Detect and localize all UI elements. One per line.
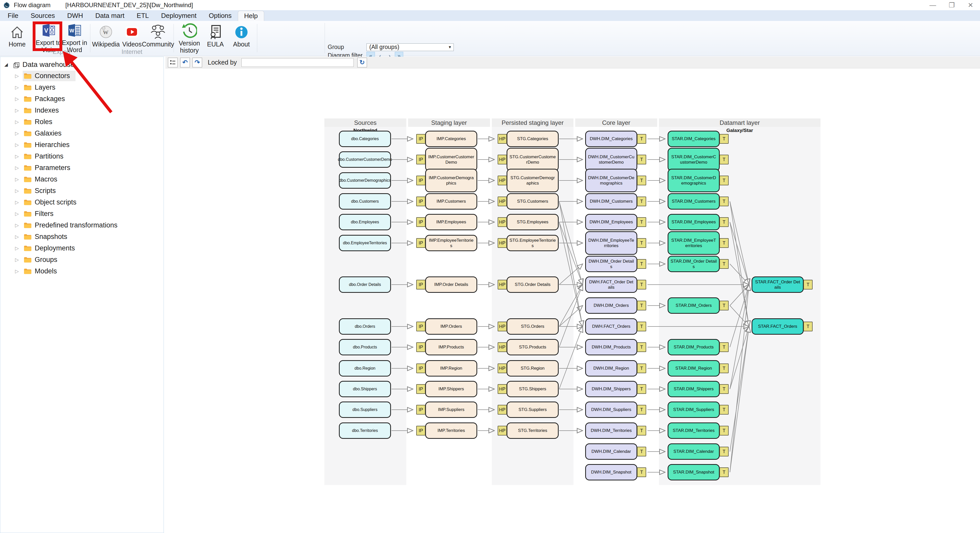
- node-dbo-region[interactable]: dbo.Region: [339, 360, 391, 377]
- node-star-dim-employees[interactable]: STAR.DIM_EmployeesT: [668, 214, 720, 230]
- tree-expander-icon[interactable]: ▷: [15, 245, 23, 251]
- menu-tab-etl[interactable]: ETL: [130, 10, 155, 21]
- node-dwh-fact-orders[interactable]: DWH.FACT_OrdersT: [585, 318, 637, 335]
- menu-tab-dwh[interactable]: DWH: [61, 10, 89, 21]
- tree-expander-icon[interactable]: ▷: [15, 142, 23, 148]
- sidebar-item-partitions[interactable]: ▷Partitions: [0, 151, 164, 162]
- tree-expander-icon[interactable]: ▷: [15, 199, 23, 205]
- community-button[interactable]: Community: [145, 23, 171, 49]
- menu-tab-data-mart[interactable]: Data mart: [89, 10, 130, 21]
- node-star-dim-categories[interactable]: STAR.DIM_CategoriesT: [668, 131, 720, 147]
- tree-expander-icon[interactable]: ▷: [15, 188, 23, 194]
- tree-root-data-warehouse[interactable]: ◢Data warehouse: [0, 59, 164, 70]
- node-star-fact-orders[interactable]: STAR.FACT_OrdersT: [752, 318, 803, 335]
- redo-button[interactable]: ↷: [192, 58, 202, 67]
- tree-expander-icon[interactable]: ▷: [15, 177, 23, 182]
- node-dbo-suppliers[interactable]: dbo.Suppliers: [339, 401, 391, 418]
- minimize-button[interactable]: —: [923, 0, 942, 10]
- tree-expander-icon[interactable]: ▷: [15, 107, 23, 113]
- node-dwh-dim-order-details[interactable]: DWH.DIM_Order DetailsT: [585, 256, 637, 272]
- sidebar-item-snapshots[interactable]: ▷Snapshots: [0, 231, 164, 242]
- refresh-button[interactable]: ↻: [357, 58, 367, 67]
- node-dwh-dim-territories[interactable]: DWH.DIM_TerritoriesT: [585, 422, 637, 439]
- node-dwh-dim-suppliers[interactable]: DWH.DIM_SuppliersT: [585, 401, 637, 418]
- node-imp-orders[interactable]: IMP.OrdersIP: [425, 318, 477, 335]
- node-stg-categories[interactable]: STG.CategoriesHP: [507, 131, 558, 147]
- node-imp-customers[interactable]: IMP.CustomersIP: [425, 193, 477, 210]
- node-imp-shippers[interactable]: IMP.ShippersIP: [425, 381, 477, 397]
- sidebar-item-macros[interactable]: ▷Macros: [0, 173, 164, 185]
- node-dwh-dim-customerdemographics[interactable]: DWH.DIM_CustomerDemographicsT: [585, 169, 637, 192]
- about-button[interactable]: About: [228, 23, 255, 49]
- node-imp-customerdemographics[interactable]: IMP.CustomerDemographicsIP: [425, 169, 477, 192]
- tree-expander-icon[interactable]: ▷: [15, 130, 23, 136]
- node-star-dim-customerdemographics[interactable]: STAR.DIM_CustomerDemographicsT: [668, 169, 720, 192]
- export-in-word-button[interactable]: WExport in Word: [62, 23, 88, 49]
- tree-expander-icon[interactable]: ◢: [4, 62, 11, 67]
- node-stg-suppliers[interactable]: STG.SuppliersHP: [507, 401, 558, 418]
- node-dwh-dim-customercustomerdemo[interactable]: DWH.DIM_CustomerCustomerDemoT: [585, 148, 637, 171]
- sidebar-item-filters[interactable]: ▷Filters: [0, 208, 164, 220]
- menu-tab-deployment[interactable]: Deployment: [155, 10, 203, 21]
- node-imp-territories[interactable]: IMP.TerritoriesIP: [425, 422, 477, 439]
- sidebar-item-roles[interactable]: ▷Roles: [0, 116, 164, 127]
- node-imp-region[interactable]: IMP.RegionIP: [425, 360, 477, 377]
- node-stg-products[interactable]: STG.ProductsHP: [507, 339, 558, 355]
- tree-expander-icon[interactable]: ▷: [15, 84, 23, 91]
- node-dwh-fact-order-details[interactable]: DWH.FACT_Order DetailsT: [585, 277, 637, 293]
- node-imp-employeeterritories[interactable]: IMP.EmployeeTerritoriesIP: [425, 235, 477, 251]
- node-stg-customers[interactable]: STG.CustomersHP: [507, 193, 558, 210]
- node-dbo-customercustomerdemo[interactable]: dbo.CustomerCustomerDemo: [339, 151, 391, 168]
- tree-expander-icon[interactable]: ▷: [15, 119, 23, 125]
- menu-tab-file[interactable]: File: [2, 10, 24, 21]
- node-stg-customerdemographics[interactable]: STG.CustomerDemographicsHP: [507, 169, 558, 192]
- sidebar-item-packages[interactable]: ▷Packages: [0, 93, 164, 105]
- node-dwh-dim-orders[interactable]: DWH.DIM_OrdersT: [585, 298, 637, 314]
- tree-expander-icon[interactable]: ▷: [15, 211, 23, 217]
- locked-by-field[interactable]: [242, 58, 354, 67]
- menu-tab-sources[interactable]: Sources: [24, 10, 61, 21]
- tree-expander-icon[interactable]: ▷: [15, 96, 23, 102]
- tree-expander-icon[interactable]: ▷: [15, 257, 23, 263]
- menu-tab-help[interactable]: Help: [238, 11, 264, 21]
- node-imp-categories[interactable]: IMP.CategoriesIP: [425, 131, 477, 147]
- node-star-dim-customers[interactable]: STAR.DIM_CustomersT: [668, 193, 720, 210]
- tree-expander-icon[interactable]: ▷: [15, 234, 23, 240]
- node-dwh-dim-calendar[interactable]: DWH.DIM_CalendarT: [585, 443, 637, 460]
- node-stg-territories[interactable]: STG.TerritoriesHP: [507, 422, 558, 439]
- tree-expander-icon[interactable]: ▷: [15, 165, 23, 171]
- restore-button[interactable]: ❐: [942, 0, 961, 10]
- node-stg-employees[interactable]: STG.EmployeesHP: [507, 214, 558, 230]
- close-button[interactable]: ✕: [961, 0, 980, 10]
- node-dbo-territories[interactable]: dbo.Territories: [339, 422, 391, 439]
- node-star-dim-order-details[interactable]: STAR.DIM_Order DetailsT: [668, 256, 720, 272]
- node-star-dim-employeeterritories[interactable]: STAR.DIM_EmployeeTerritoriesT: [668, 231, 720, 255]
- node-dbo-employees[interactable]: dbo.Employees: [339, 214, 391, 230]
- sidebar-item-groups[interactable]: ▷Groups: [0, 254, 164, 266]
- node-star-fact-order-details[interactable]: STAR.FACT_Order DetailsT: [752, 277, 803, 293]
- node-dbo-customerdemographics[interactable]: dbo.CustomerDemographics: [339, 172, 391, 189]
- sidebar-item-models[interactable]: ▷Models: [0, 266, 164, 277]
- node-stg-shippers[interactable]: STG.ShippersHP: [507, 381, 558, 397]
- node-stg-region[interactable]: STG.RegionHP: [507, 360, 558, 377]
- sidebar-item-galaxies[interactable]: ▷Galaxies: [0, 127, 164, 139]
- node-imp-suppliers[interactable]: IMP.SuppliersIP: [425, 401, 477, 418]
- tree-expander-icon[interactable]: ▷: [15, 222, 23, 228]
- node-dbo-employeeterritories[interactable]: dbo.EmployeeTerritories: [339, 235, 391, 251]
- diagram-canvas[interactable]: [165, 68, 980, 533]
- node-star-dim-snapshot[interactable]: STAR.DIM_SnapshotT: [668, 464, 720, 480]
- node-star-dim-territories[interactable]: STAR.DIM_TerritoriesT: [668, 422, 720, 439]
- node-imp-order-details[interactable]: IMP.Order DetailsIP: [425, 277, 477, 293]
- eula-button[interactable]: EULA: [202, 23, 228, 49]
- node-dwh-dim-employeeterritories[interactable]: DWH.DIM_EmployeeTerritoriesT: [585, 231, 637, 255]
- group-dropdown[interactable]: (All groups) ▾: [366, 43, 454, 51]
- node-stg-employeeterritories[interactable]: STG.EmployeeTerritoriesHP: [507, 235, 558, 251]
- node-star-dim-suppliers[interactable]: STAR.DIM_SuppliersT: [668, 401, 720, 418]
- videos-button[interactable]: Videos: [119, 23, 145, 49]
- node-dwh-dim-products[interactable]: DWH.DIM_ProductsT: [585, 339, 637, 355]
- menu-tab-options[interactable]: Options: [203, 10, 238, 21]
- node-stg-customercustomerdemo[interactable]: STG.CustomerCustomerDemoHP: [507, 148, 558, 171]
- node-imp-customercustomerdemo[interactable]: IMP.CustomerCustomerDemoIP: [425, 148, 477, 171]
- sidebar-item-deployments[interactable]: ▷Deployments: [0, 242, 164, 254]
- tree-expander-icon[interactable]: ▷: [15, 153, 23, 159]
